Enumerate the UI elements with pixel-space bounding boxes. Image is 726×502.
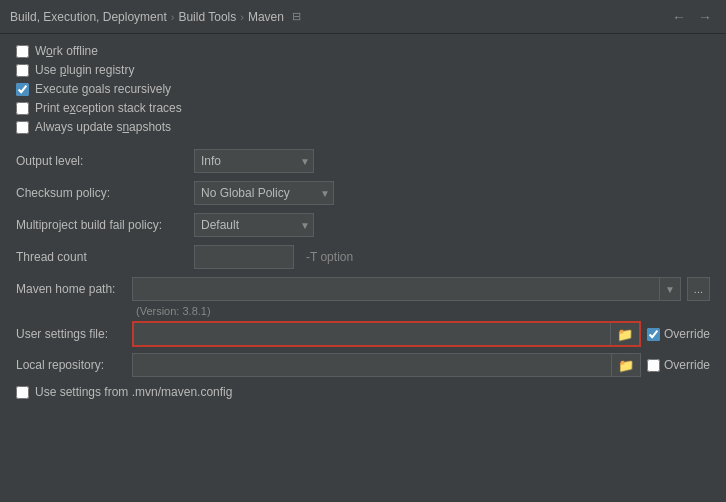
breadcrumb-part1: Build, Execution, Deployment — [10, 10, 167, 24]
user-settings-row: User settings file: C:\Users\Administrat… — [16, 321, 710, 347]
user-settings-browse-button[interactable]: 📁 — [610, 323, 639, 345]
always-update-checkbox[interactable] — [16, 121, 29, 134]
settings-content: Work offline Use plugin registry Execute… — [0, 34, 726, 502]
use-settings-row: Use settings from .mvn/maven.config — [16, 385, 710, 399]
breadcrumb-current: Maven — [248, 10, 284, 24]
checksum-policy-dropdown-wrapper: No Global Policy Strict Warn Fail ▼ — [194, 181, 334, 205]
forward-button[interactable]: → — [694, 8, 716, 26]
print-stack-checkbox[interactable] — [16, 102, 29, 115]
thread-count-row: Thread count -T option — [16, 245, 710, 269]
breadcrumb: Build, Execution, Deployment › Build Too… — [10, 10, 668, 24]
local-repository-override-wrapper: Override — [647, 358, 710, 372]
local-repository-input-wrapper: C:\Users\Administrator\.m2\repository 📁 — [132, 353, 641, 377]
print-stack-label[interactable]: Print exception stack traces — [35, 101, 182, 115]
output-level-label: Output level: — [16, 154, 186, 168]
multiproject-label: Multiproject build fail policy: — [16, 218, 186, 232]
folder-icon: 📁 — [617, 327, 633, 342]
always-update-label[interactable]: Always update snapshots — [35, 120, 171, 134]
plugin-registry-checkbox[interactable] — [16, 64, 29, 77]
thread-count-input[interactable] — [194, 245, 294, 269]
t-option-label: -T option — [306, 250, 353, 264]
multiproject-row: Multiproject build fail policy: Default … — [16, 213, 710, 237]
local-repository-browse-button[interactable]: 📁 — [611, 354, 640, 376]
maven-version-text: (Version: 3.8.1) — [136, 305, 710, 317]
local-folder-icon: 📁 — [618, 358, 634, 373]
user-settings-override-wrapper: Override — [647, 327, 710, 341]
maven-home-row: Maven home path: Bundled (Maven 3) ▼ ... — [16, 277, 710, 301]
user-settings-input[interactable]: C:\Users\Administrator\.m2\settings.xml — [134, 323, 610, 345]
breadcrumb-sep1: › — [171, 11, 175, 23]
plugin-registry-row: Use plugin registry — [16, 63, 710, 77]
checksum-policy-label: Checksum policy: — [16, 186, 186, 200]
header: Build, Execution, Deployment › Build Too… — [0, 0, 726, 34]
work-offline-row: Work offline — [16, 44, 710, 58]
multiproject-select[interactable]: Default At End Never — [194, 213, 314, 237]
plugin-registry-label[interactable]: Use plugin registry — [35, 63, 134, 77]
local-repository-override-label[interactable]: Override — [664, 358, 710, 372]
maven-home-combo: Bundled (Maven 3) ▼ — [132, 277, 681, 301]
schema-icon[interactable]: ⊟ — [292, 10, 301, 23]
maven-home-browse-button[interactable]: ... — [687, 277, 710, 301]
back-button[interactable]: ← — [668, 8, 690, 26]
user-settings-override-checkbox[interactable] — [647, 328, 660, 341]
maven-home-input[interactable]: Bundled (Maven 3) — [132, 277, 659, 301]
local-repository-label: Local repository: — [16, 358, 126, 372]
local-repository-override-checkbox[interactable] — [647, 359, 660, 372]
multiproject-dropdown-wrapper: Default At End Never ▼ — [194, 213, 314, 237]
local-repository-input[interactable]: C:\Users\Administrator\.m2\repository — [133, 354, 611, 376]
local-repository-row: Local repository: C:\Users\Administrator… — [16, 353, 710, 377]
checksum-policy-select[interactable]: No Global Policy Strict Warn Fail — [194, 181, 334, 205]
output-level-dropdown-wrapper: Info Debug Quiet ▼ — [194, 149, 314, 173]
use-settings-label[interactable]: Use settings from .mvn/maven.config — [35, 385, 232, 399]
breadcrumb-sep2: › — [240, 11, 244, 23]
user-settings-override-label[interactable]: Override — [664, 327, 710, 341]
always-update-row: Always update snapshots — [16, 120, 710, 134]
maven-home-dropdown-btn[interactable]: ▼ — [659, 277, 681, 301]
output-level-row: Output level: Info Debug Quiet ▼ — [16, 149, 710, 173]
nav-buttons: ← → — [668, 8, 716, 26]
breadcrumb-part2[interactable]: Build Tools — [178, 10, 236, 24]
print-stack-row: Print exception stack traces — [16, 101, 710, 115]
thread-count-label: Thread count — [16, 250, 186, 264]
user-settings-input-wrapper: C:\Users\Administrator\.m2\settings.xml … — [132, 321, 641, 347]
execute-goals-label[interactable]: Execute goals recursively — [35, 82, 171, 96]
work-offline-checkbox[interactable] — [16, 45, 29, 58]
maven-version-label: (Version: 3.8.1) — [136, 305, 211, 317]
execute-goals-checkbox[interactable] — [16, 83, 29, 96]
work-offline-label[interactable]: Work offline — [35, 44, 98, 58]
output-level-select[interactable]: Info Debug Quiet — [194, 149, 314, 173]
checksum-policy-row: Checksum policy: No Global Policy Strict… — [16, 181, 710, 205]
user-settings-label: User settings file: — [16, 327, 126, 341]
use-settings-checkbox[interactable] — [16, 386, 29, 399]
maven-home-label: Maven home path: — [16, 282, 126, 296]
execute-goals-row: Execute goals recursively — [16, 82, 710, 96]
